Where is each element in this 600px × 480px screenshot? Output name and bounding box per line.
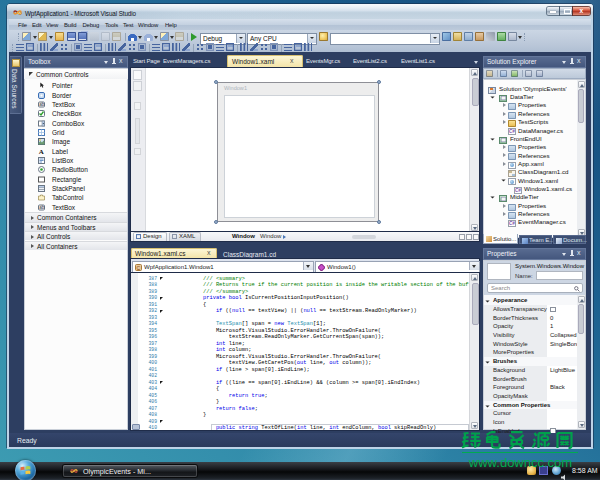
- svg-text:ab: ab: [39, 205, 45, 210]
- svg-text:C: C: [136, 264, 140, 270]
- svg-text:ab: ab: [39, 102, 45, 107]
- svg-text:A: A: [39, 148, 44, 155]
